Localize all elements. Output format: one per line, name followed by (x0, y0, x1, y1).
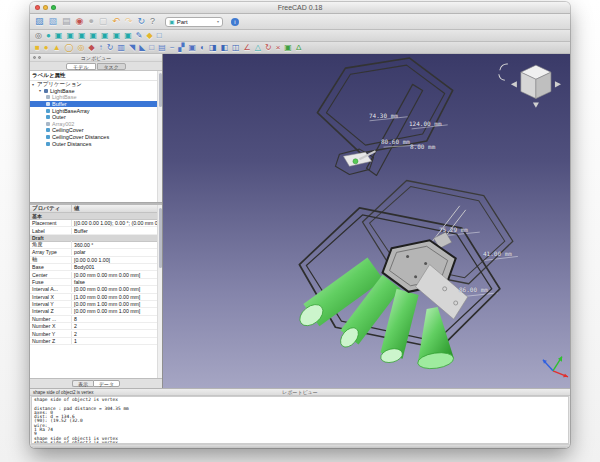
property-value[interactable]: 8 (72, 316, 157, 322)
property-value[interactable]: [1.00 mm 0.00 mm 0.00 mm] (72, 294, 157, 300)
macro-edit-icon[interactable]: ▢ (99, 17, 108, 26)
property-row-Placement[interactable]: Placement[(0.00 0.00 1.00); 0.00 °; (0.0… (30, 220, 157, 227)
property-row-Interval-Y[interactable]: Interval Y[0.00 mm 1.00 mm 0.00 mm] (30, 301, 157, 308)
extrude-icon[interactable]: ↑ (99, 44, 103, 52)
mirror-icon[interactable]: ▥ (117, 44, 125, 52)
measure-distance-icon[interactable]: ✎ (136, 32, 143, 40)
property-scrollbar[interactable] (157, 205, 162, 378)
combo-view-titlebar[interactable]: コンボビュー (30, 54, 162, 62)
draw-style-icon[interactable]: ● (46, 32, 51, 40)
property-value[interactable]: [0.00 0.00 1.00] (72, 257, 157, 263)
part-tube-icon[interactable]: ◎ (78, 44, 85, 52)
tree-item-Array002[interactable]: Array002 (30, 121, 157, 128)
top-view-icon[interactable]: ▣ (78, 32, 86, 40)
cut-icon[interactable]: ◨ (209, 44, 217, 52)
tree-item-LightBase[interactable]: ▾LightBase (30, 88, 157, 95)
property-value[interactable]: polar (72, 249, 157, 255)
tab-モデル[interactable]: モデル (66, 63, 95, 70)
common-icon[interactable]: ◫ (232, 44, 240, 52)
tab-表示[interactable]: 表示 (72, 380, 93, 387)
macro-stop-icon[interactable]: ● (88, 17, 93, 26)
tree-item-Outer[interactable]: Outer (30, 114, 157, 121)
property-row-Label[interactable]: LabelBuffer (30, 227, 157, 234)
zoom-window-button[interactable] (51, 5, 56, 10)
undo-icon[interactable]: ↶ (112, 17, 120, 26)
report-view-titlebar[interactable]: shape side of object2 is vertex レポートビュー (30, 388, 570, 396)
property-value[interactable]: [0.00 mm 1.00 mm 0.00 mm] (72, 301, 157, 307)
loft-icon[interactable]: ▤ (158, 44, 166, 52)
property-row-Interval-Z[interactable]: Interval Z[0.00 mm 0.00 mm 1.00 mm] (30, 308, 157, 315)
measure-linear-icon[interactable]: ∠ (244, 44, 251, 52)
bottom-view-icon[interactable]: ▣ (113, 32, 121, 40)
macro-record-icon[interactable]: ◉ (76, 17, 84, 26)
property-value[interactable]: 1 (72, 338, 157, 344)
refresh-measurement-icon[interactable]: ↻ (265, 44, 272, 52)
property-value[interactable]: [0.00 mm 0.00 mm 0.00 mm] (72, 286, 157, 292)
property-row-Number-X[interactable]: Number X2 (30, 323, 157, 330)
tree-item-CeilingCover[interactable]: CeilingCover (30, 127, 157, 134)
info-button[interactable]: i (231, 18, 239, 26)
property-value[interactable]: Buffer (72, 228, 157, 234)
minimize-window-button[interactable] (43, 5, 48, 10)
property-value[interactable]: [0.00 mm 0.00 mm 0.00 mm] (72, 272, 157, 278)
property-value[interactable]: [0.00 mm 0.00 mm 1.00 mm] (72, 308, 157, 314)
dock-buttons[interactable] (33, 56, 41, 59)
property-value[interactable]: Body001 (72, 264, 157, 270)
property-value[interactable]: 360.00 ° (72, 242, 157, 248)
part-box-icon[interactable]: ■ (35, 44, 40, 52)
property-row-軸[interactable]: 軸[0.00 0.00 1.00] (30, 257, 157, 264)
tree-scrollbar[interactable] (157, 71, 162, 202)
redo-icon[interactable]: ↷ (125, 17, 133, 26)
boolean-icon[interactable]: ◐ (200, 44, 205, 52)
part-torus-icon[interactable]: ◯ (65, 44, 74, 52)
print-icon[interactable]: ▤ (62, 17, 71, 26)
clear-measurement-icon[interactable]: × (276, 44, 281, 52)
export-document-icon[interactable]: ▧ (49, 17, 58, 26)
property-row-Fuse[interactable]: Fusefalse (30, 279, 157, 286)
property-scrollbar-thumb[interactable] (159, 208, 163, 268)
axonometric-view-icon[interactable]: ▣ (55, 32, 63, 40)
shape-builder-icon[interactable]: ◆ (89, 44, 95, 52)
toggle-3d-measure-icon[interactable]: ▣ (284, 44, 292, 52)
property-value[interactable]: false (72, 279, 157, 285)
revolve-icon[interactable]: ↻ (107, 44, 114, 52)
tab-データ[interactable]: データ (93, 380, 120, 387)
rear-view-icon[interactable]: ▣ (101, 32, 109, 40)
report-console[interactable]: shape side of object2 is vertex distance… (31, 396, 569, 444)
tree-item-CeilingCover-Distances[interactable]: CeilingCover Distances (30, 134, 157, 141)
dock-close-icon[interactable] (33, 56, 36, 59)
property-row-Center[interactable]: Center[0.00 mm 0.00 mm 0.00 mm] (30, 271, 157, 278)
fit-all-icon[interactable]: ◎ (35, 32, 42, 40)
property-row-Interval-X[interactable]: Interval X[1.00 mm 0.00 mm 0.00 mm] (30, 294, 157, 301)
tree-item-Buffer[interactable]: Buffer (30, 101, 157, 108)
right-view-icon[interactable]: ▣ (90, 32, 98, 40)
open-document-icon[interactable]: ▨ (35, 17, 44, 26)
refresh-icon[interactable]: ↻ (137, 17, 145, 26)
chamfer-icon[interactable]: ◣ (139, 44, 145, 52)
tree-scrollbar-thumb[interactable] (159, 73, 163, 107)
tree-item-アプリケーション[interactable]: ▾アプリケーション (30, 81, 157, 88)
property-row-Number-Y[interactable]: Number Y2 (30, 330, 157, 337)
property-row-Interval-A...[interactable]: Interval A...[0.00 mm 0.00 mm 0.00 mm] (30, 286, 157, 293)
3d-viewport[interactable]: 74.30 mm124.00 mm80.60 mm8.00 mm75.29 mm… (163, 54, 570, 388)
part-cone-icon[interactable]: ▲ (53, 44, 61, 52)
tree-item-LightBaseArray[interactable]: LightBaseArray (30, 107, 157, 114)
left-view-icon[interactable]: ▣ (124, 32, 132, 40)
measure-angular-icon[interactable]: △ (255, 44, 261, 52)
property-row-Number-...[interactable]: Number ...8 (30, 316, 157, 323)
compound-icon[interactable]: ▣ (189, 44, 197, 52)
property-row-Number-Z[interactable]: Number Z1 (30, 338, 157, 345)
part-sphere-icon[interactable]: ● (44, 44, 49, 52)
sweep-icon[interactable]: ~ (170, 44, 175, 52)
tree-item-LightBase[interactable]: LightBase (30, 94, 157, 101)
front-view-icon[interactable]: ▣ (66, 32, 74, 40)
tree-item-Outer-Distances[interactable]: Outer Distances (30, 140, 157, 147)
property-value[interactable]: 2 (72, 323, 157, 329)
dock-float-icon[interactable] (38, 56, 41, 59)
toggle-delta-measure-icon[interactable]: Δ (296, 44, 301, 52)
property-value[interactable]: 2 (72, 331, 157, 337)
union-icon[interactable]: ◧ (220, 44, 228, 52)
axis-cross-icon[interactable]: ◆ (146, 32, 152, 40)
whats-this-icon[interactable]: ? (150, 17, 155, 26)
fillet-icon[interactable]: ◥ (129, 44, 135, 52)
